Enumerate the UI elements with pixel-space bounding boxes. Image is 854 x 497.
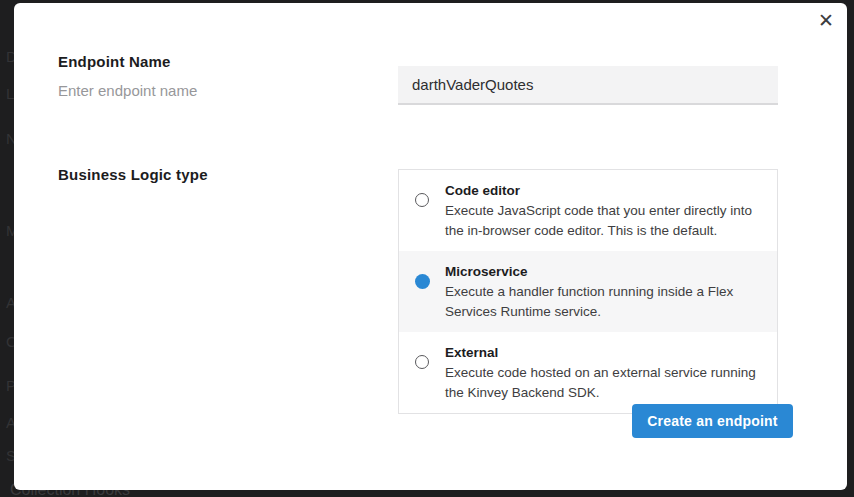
option-description: Execute code hosted on an external servi… — [445, 363, 763, 403]
option-microservice[interactable]: Microservice Execute a handler function … — [399, 251, 777, 332]
radio-unselected-icon[interactable] — [415, 193, 429, 207]
close-icon[interactable]: ✕ — [814, 8, 838, 32]
endpoint-name-hint: Enter endpoint name — [58, 82, 197, 99]
radio-cell — [399, 342, 445, 369]
option-external[interactable]: External Execute code hosted on an exter… — [399, 332, 777, 413]
option-code-editor[interactable]: Code editor Execute JavaScript code that… — [399, 170, 777, 251]
option-title: External — [445, 343, 763, 363]
option-description: Execute JavaScript code that you enter d… — [445, 201, 763, 241]
business-logic-type-label: Business Logic type — [58, 166, 208, 183]
option-texts: Code editor Execute JavaScript code that… — [445, 180, 763, 241]
business-logic-options: Code editor Execute JavaScript code that… — [398, 169, 778, 414]
option-description: Execute a handler function running insid… — [445, 282, 763, 322]
radio-cell — [399, 180, 445, 207]
option-title: Code editor — [445, 181, 763, 201]
screen: D L N M A C P A SI Collection Hooks ✕ En… — [0, 0, 854, 497]
create-endpoint-button[interactable]: Create an endpoint — [632, 404, 793, 438]
option-texts: External Execute code hosted on an exter… — [445, 342, 763, 403]
radio-cell — [399, 261, 445, 289]
radio-selected-icon[interactable] — [415, 274, 430, 289]
radio-unselected-icon[interactable] — [415, 355, 429, 369]
create-endpoint-modal: ✕ Endpoint Name Enter endpoint name Busi… — [14, 3, 847, 490]
option-title: Microservice — [445, 262, 763, 282]
option-texts: Microservice Execute a handler function … — [445, 261, 763, 322]
endpoint-name-input[interactable] — [398, 66, 778, 105]
endpoint-name-label: Endpoint Name — [58, 53, 171, 70]
